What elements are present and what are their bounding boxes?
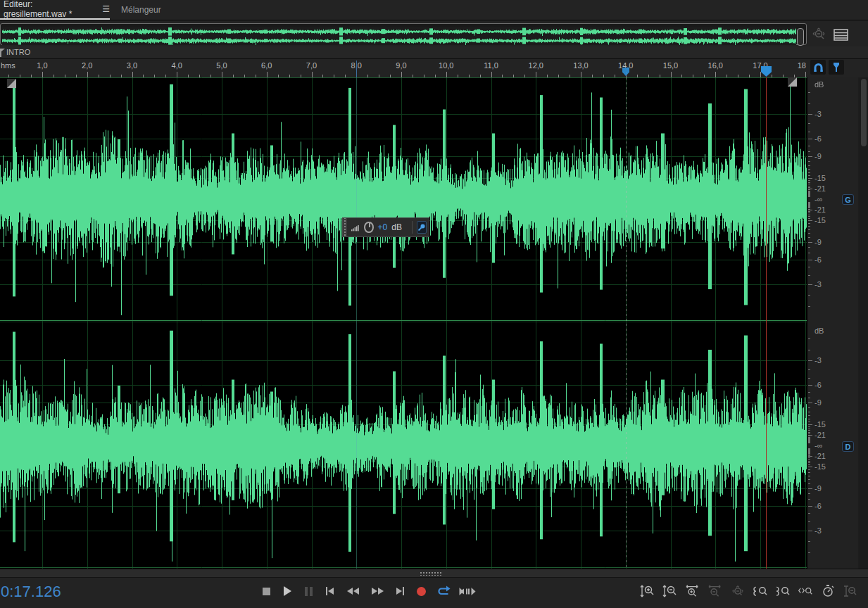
zoom-in-time-button[interactable] bbox=[685, 583, 700, 599]
panel-list-icon[interactable] bbox=[834, 29, 848, 41]
ruler-tick bbox=[536, 72, 536, 77]
ruler-tick bbox=[177, 72, 177, 77]
waveform-canvas[interactable] bbox=[0, 77, 807, 569]
db-tick bbox=[808, 464, 810, 465]
hud-pin-button[interactable] bbox=[417, 221, 427, 234]
zoom-out-full-button[interactable] bbox=[730, 583, 746, 599]
skip-to-start-button[interactable] bbox=[322, 583, 337, 600]
gain-unit-label: dB bbox=[391, 222, 402, 232]
pause-button[interactable] bbox=[301, 583, 316, 600]
skip-to-end-button[interactable] bbox=[393, 583, 408, 600]
fast-forward-button[interactable] bbox=[368, 583, 386, 600]
channel-right-badge[interactable]: D bbox=[842, 441, 854, 452]
db-value-label: -6 bbox=[814, 134, 822, 143]
fade-out-handle[interactable] bbox=[788, 77, 797, 87]
fast-forward-icon bbox=[378, 588, 384, 595]
ruler-time-label: 7,0 bbox=[306, 61, 317, 70]
db-tick bbox=[808, 123, 810, 124]
db-tick bbox=[808, 210, 812, 210]
zoom-out-time-button[interactable] bbox=[707, 583, 723, 599]
zoom-in-amplitude-button[interactable] bbox=[640, 583, 655, 599]
overview-right-handle[interactable] bbox=[797, 28, 804, 46]
db-tick bbox=[808, 253, 810, 253]
tab-editor-label: Editeur: gresillement.wav * bbox=[4, 0, 96, 19]
overview-waveform-canvas[interactable] bbox=[2, 27, 796, 45]
channel-left-badge[interactable]: G bbox=[842, 194, 854, 205]
gain-knob[interactable] bbox=[364, 222, 373, 233]
record-button[interactable] bbox=[414, 583, 429, 600]
db-value-label: -3 bbox=[814, 526, 822, 535]
db-tick bbox=[808, 178, 812, 179]
horizontal-scrollbar-grip[interactable] bbox=[420, 571, 442, 576]
ruler-guide-line bbox=[356, 61, 357, 77]
db-tick bbox=[808, 187, 810, 188]
time-display[interactable]: 0:17.126 bbox=[1, 583, 61, 601]
db-tick bbox=[808, 139, 812, 139]
db-value-label: -15 bbox=[814, 216, 826, 224]
skip-selection-button[interactable] bbox=[458, 583, 477, 600]
waveform-editor[interactable]: +0 dB bbox=[0, 77, 807, 569]
db-tick bbox=[808, 385, 812, 386]
overview-range-box[interactable] bbox=[0, 23, 807, 45]
transport-controls bbox=[259, 578, 477, 604]
vertical-scrollbar-thumb[interactable] bbox=[861, 79, 867, 146]
hud-drag-grip[interactable] bbox=[343, 218, 347, 236]
time-ruler[interactable]: hms 1,02,03,04,05,06,07,08,09,010,011,01… bbox=[0, 59, 868, 77]
loop-playback-button[interactable] bbox=[435, 583, 452, 600]
zoom-in-inpoint-button[interactable] bbox=[753, 583, 768, 599]
ruler-time-label: 6,0 bbox=[261, 61, 272, 70]
db-tick bbox=[808, 407, 810, 408]
gain-value[interactable]: +0 bbox=[378, 222, 388, 232]
db-tick bbox=[808, 156, 812, 157]
ruler-time-label: 12,0 bbox=[529, 61, 543, 70]
db-value-label: -21 bbox=[814, 184, 826, 193]
db-tick bbox=[808, 208, 810, 208]
ruler-time-label: 9,0 bbox=[396, 61, 406, 70]
vertical-scrollbar[interactable] bbox=[860, 77, 868, 569]
horizontal-scrollbar[interactable] bbox=[0, 569, 868, 577]
db-tick bbox=[808, 422, 810, 422]
db-tick bbox=[808, 392, 810, 393]
snap-magnet-button[interactable] bbox=[810, 60, 826, 75]
zoom-to-selection-button[interactable] bbox=[798, 583, 813, 599]
db-tick bbox=[808, 506, 812, 507]
db-tick bbox=[808, 209, 810, 210]
db-tick bbox=[808, 459, 810, 460]
db-tick bbox=[808, 476, 810, 476]
ruler-tick bbox=[581, 72, 581, 77]
rewind-button[interactable] bbox=[344, 583, 362, 600]
db-tick bbox=[808, 541, 810, 542]
fade-in-handle[interactable] bbox=[7, 79, 16, 88]
volume-hud[interactable]: +0 dB bbox=[342, 217, 429, 237]
ruler-tick bbox=[671, 72, 672, 77]
pause-icon bbox=[305, 587, 313, 596]
db-tick bbox=[808, 233, 810, 234]
marker-pin-icon bbox=[832, 62, 841, 72]
db-tick bbox=[808, 204, 810, 205]
tab-mixer[interactable]: Mélangeur bbox=[121, 0, 161, 20]
db-tick bbox=[808, 457, 810, 458]
db-tick bbox=[808, 220, 812, 221]
db-tick bbox=[808, 226, 810, 227]
db-tick bbox=[808, 450, 810, 450]
db-tick bbox=[808, 182, 810, 183]
zoom-selection-vertical-button[interactable] bbox=[843, 583, 858, 599]
db-tick bbox=[808, 169, 810, 170]
db-tick bbox=[808, 436, 810, 436]
db-tick bbox=[808, 172, 810, 173]
db-tick bbox=[808, 306, 810, 307]
db-tick bbox=[808, 424, 812, 425]
marker-lane[interactable]: INTRO bbox=[0, 46, 868, 59]
marker-flag-icon[interactable] bbox=[0, 49, 4, 57]
tab-editor[interactable]: Editeur: gresillement.wav * ☰ bbox=[0, 0, 110, 20]
marker-label[interactable]: INTRO bbox=[6, 48, 30, 56]
db-scale-panel[interactable]: dB-∞-3-3-6-6-9-9-15-15-21-21dB-∞-3-3-6-6… bbox=[807, 77, 858, 569]
marker-pin-button[interactable] bbox=[829, 60, 844, 75]
play-button[interactable] bbox=[280, 583, 295, 600]
panel-menu-icon[interactable]: ☰ bbox=[102, 4, 110, 14]
stopwatch-button[interactable] bbox=[820, 583, 836, 599]
stop-button[interactable] bbox=[259, 583, 274, 600]
zoom-in-outpoint-button[interactable] bbox=[775, 583, 791, 599]
zoom-out-full-icon[interactable] bbox=[811, 27, 828, 42]
zoom-out-amplitude-button[interactable] bbox=[662, 583, 678, 599]
